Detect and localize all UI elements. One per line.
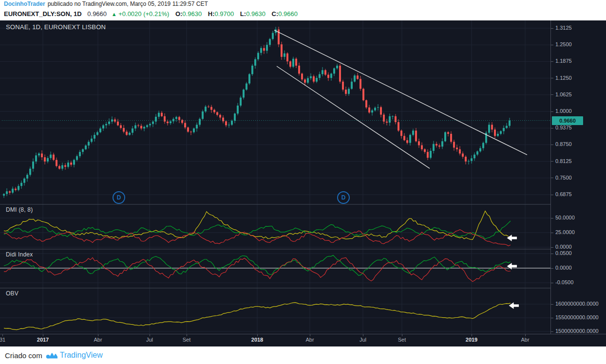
close-label: C: [272, 10, 279, 18]
time-tick [525, 334, 526, 336]
tradingview-logo-icon[interactable] [46, 351, 57, 359]
time-axis-label: Set [398, 337, 406, 343]
price-axis-label: 1500000000.0000 [555, 328, 599, 334]
svg-text:D: D [341, 194, 346, 201]
pane-title-obv: OBV [6, 290, 19, 297]
axis-tick [551, 254, 553, 254]
axis-tick [551, 45, 553, 45]
axis-tick [551, 218, 553, 218]
time-axis-label: Abr [521, 337, 529, 343]
axis-tick [551, 111, 553, 112]
price-axis-label: 1.2500 [555, 41, 572, 47]
attribution-bar: DocinhoTraderpublicado no TradingView.co… [0, 0, 606, 8]
last-price-badge: 0.9660 [552, 116, 583, 125]
high-value: 0.9700 [214, 10, 234, 18]
pane-title-main: SONAE, 1D, EURONEXT LISBON [6, 23, 106, 31]
price-axis-label: 1.1250 [555, 75, 572, 81]
time-tick [310, 334, 310, 336]
price-axis-label: 1.0625 [555, 91, 572, 97]
price-axis-label: 1550000000.0000 [555, 314, 599, 320]
axis-tick [551, 161, 553, 162]
axis-tick [551, 145, 553, 145]
svg-text:D: D [117, 194, 121, 201]
pane-title-dmi: DMI (8, 8) [6, 206, 33, 213]
time-tick [363, 334, 363, 336]
symbol-interval: 1D [74, 10, 82, 18]
time-axis-label: Jul [360, 337, 366, 343]
symbol-bar: EURONEXT_DLY:SON, 1D 0.9660 ▲ +0.0020 (+… [0, 8, 606, 20]
time-tick [150, 334, 150, 336]
author-link[interactable]: DocinhoTrader [4, 0, 45, 7]
price-axis-label: 0.8125 [555, 158, 572, 164]
price-axis-label: -0.0500 [555, 279, 573, 285]
price-axis[interactable]: 1.31251.25001.18751.12501.06251.00000.93… [551, 20, 606, 334]
price-axis-label: 0.9375 [555, 125, 572, 130]
pane-title-didi: Didi Index [6, 251, 33, 258]
time-axis-label: 2018 [251, 337, 263, 343]
low-value: 0.9630 [246, 10, 265, 18]
price-axis-label: 0.0500 [555, 250, 572, 256]
axis-tick [551, 128, 553, 128]
price-axis-label: 1600000000.0000 [555, 301, 599, 307]
axis-tick [551, 331, 553, 332]
price-axis-label: 0.8750 [555, 141, 572, 147]
time-tick [98, 334, 98, 336]
axis-tick [551, 233, 553, 233]
axis-tick [551, 28, 553, 29]
high-label: H: [208, 10, 215, 18]
low-label: L: [240, 10, 246, 18]
time-tick [257, 334, 258, 336]
time-tick [402, 334, 402, 336]
plot-background [0, 20, 551, 334]
price-axis-label: 0.0000 [555, 244, 572, 250]
price-axis-label: 25.0000 [555, 229, 575, 235]
axis-tick [551, 283, 553, 283]
axis-tick [551, 247, 553, 248]
time-axis-label: Jul [146, 337, 153, 343]
axis-tick [551, 268, 553, 269]
axis-tick [551, 61, 553, 62]
attribution-text: publicado no TradingView.com, Março 05, … [48, 0, 208, 7]
price-chart[interactable]: DD [0, 20, 551, 334]
price-change: +0.0020 (+0.21%) [118, 10, 169, 18]
time-axis-label: Set [183, 337, 191, 343]
time-tick [187, 334, 187, 336]
price-axis-label: 1.1875 [555, 58, 572, 64]
time-axis[interactable]: 312017AbrJulSet2018AbrJulSet2019Abr [0, 334, 606, 347]
axis-tick [551, 195, 553, 195]
last-price: 0.9660 [87, 10, 107, 18]
tradingview-link[interactable]: TradingView [60, 351, 103, 360]
axis-tick [551, 178, 553, 178]
change-up-icon: ▲ [112, 11, 117, 17]
footer-text: Criado com [5, 351, 42, 360]
axis-tick [551, 78, 553, 78]
tradingview-snapshot: DocinhoTraderpublicado no TradingView.co… [0, 0, 606, 364]
price-axis-label: 50.0000 [555, 215, 575, 220]
time-axis-label: 2019 [466, 337, 477, 343]
axis-tick [551, 318, 553, 318]
price-axis-label: 0.7500 [555, 175, 572, 181]
time-axis-label: 2017 [37, 337, 49, 343]
chart-area[interactable]: DD SONAE, 1D, EURONEXT LISBON DMI (8, 8)… [0, 20, 606, 346]
symbol-name: EURONEXT_DLY:SON, [4, 10, 72, 18]
price-axis-label: 1.3125 [555, 25, 572, 31]
close-value: 0.9660 [278, 10, 298, 18]
time-tick [43, 334, 43, 336]
price-axis-label: 0.0000 [555, 265, 572, 271]
price-axis-label: 1.0000 [555, 108, 572, 114]
axis-tick [551, 304, 553, 305]
time-tick [2, 334, 3, 336]
footer-bar: Criado com TradingView [0, 346, 606, 364]
price-axis-label: 0.6875 [555, 191, 572, 197]
open-label: O: [175, 10, 182, 18]
axis-tick [551, 94, 553, 95]
time-axis-label: Abr [94, 337, 102, 343]
time-axis-label: 31 [0, 337, 5, 343]
open-value: 0.9630 [182, 10, 202, 18]
time-axis-label: Abr [305, 337, 314, 343]
time-tick [472, 334, 472, 336]
